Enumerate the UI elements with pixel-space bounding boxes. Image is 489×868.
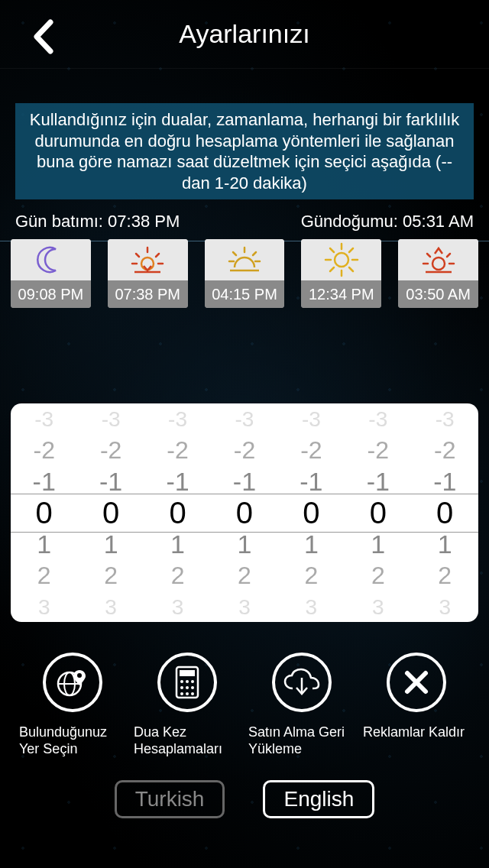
picker-value: 0 <box>303 497 319 529</box>
svg-point-40 <box>180 692 183 695</box>
card-time: 07:38 PM <box>108 280 188 308</box>
picker-value: -2 <box>234 435 255 466</box>
picker-value: -2 <box>167 435 188 466</box>
afternoon-sun-icon <box>205 239 285 280</box>
picker-column[interactable]: -3-2-10123 <box>278 403 345 622</box>
card-time: 03:50 AM <box>398 280 478 308</box>
picker-value: 0 <box>36 497 53 529</box>
action-remove-ads[interactable]: Reklamlar Kaldır <box>363 653 470 757</box>
card-time: 12:34 PM <box>301 280 381 308</box>
picker-value: -1 <box>367 466 390 497</box>
cloud-download-icon <box>272 653 332 712</box>
action-row: Bulunduğunuz Yer Seçin Dua Kez Hesaplama… <box>0 622 489 757</box>
action-label: Dua Kez Hesaplamaları <box>134 724 241 757</box>
card-asr[interactable]: 04:15 PM <box>205 239 285 308</box>
picker-column[interactable]: -3-2-10123 <box>345 403 411 622</box>
picker-value: 3 <box>172 591 184 623</box>
card-fajr[interactable]: 03:50 AM <box>398 239 478 308</box>
lang-turkish-button[interactable]: Turkish <box>115 780 225 818</box>
picker-value: -1 <box>233 466 256 497</box>
svg-point-37 <box>180 686 183 689</box>
picker-value: -1 <box>166 466 189 497</box>
action-location[interactable]: Bulunduğunuz Yer Seçin <box>19 653 126 757</box>
picker-value: 1 <box>170 529 185 560</box>
picker-value: 0 <box>370 497 387 529</box>
action-restore-purchase[interactable]: Satın Alma Geri Yükleme <box>248 653 355 757</box>
svg-line-24 <box>447 254 450 257</box>
picker-value: 1 <box>238 529 252 560</box>
sun-times-row: Gün batımı: 07:38 PM Gündoğumu: 05:31 AM <box>0 207 489 235</box>
picker-value: -3 <box>368 403 387 435</box>
sun-icon <box>301 239 381 280</box>
sunset-label: Gün batımı: 07:38 PM <box>15 212 180 232</box>
picker-value: 3 <box>439 591 451 623</box>
picker-value: -3 <box>102 403 121 435</box>
calculator-icon <box>157 653 217 712</box>
svg-point-38 <box>186 686 189 689</box>
picker-value: 1 <box>104 529 118 560</box>
action-label: Reklamlar Kaldır <box>363 724 470 741</box>
info-message: Kullandığınız için dualar, zamanlama, he… <box>15 103 474 199</box>
svg-line-18 <box>330 248 334 252</box>
action-label: Satın Alma Geri Yükleme <box>248 724 355 757</box>
picker-column[interactable]: -3-2-10123 <box>211 403 277 622</box>
picker-value: 3 <box>372 591 384 623</box>
sunset-icon <box>108 239 188 280</box>
svg-point-0 <box>141 257 154 270</box>
picker-value: -3 <box>302 403 321 435</box>
svg-point-31 <box>77 673 82 678</box>
picker-value: 0 <box>169 497 186 529</box>
page-title: Ayarlarınızı <box>179 19 309 49</box>
picker-column[interactable]: -3-2-10123 <box>412 403 478 622</box>
picker-value: -3 <box>235 403 254 435</box>
picker-value: 1 <box>304 529 319 560</box>
picker-value: 2 <box>371 560 385 591</box>
picker-value: 2 <box>104 560 118 591</box>
picker-value: -2 <box>100 435 121 466</box>
card-dhuhr[interactable]: 12:34 PM <box>301 239 381 308</box>
svg-point-22 <box>432 257 445 270</box>
svg-line-3 <box>156 254 159 257</box>
picker-value: 1 <box>371 529 385 560</box>
minute-adjust-picker[interactable]: -3-2-10123-3-2-10123-3-2-10123-3-2-10123… <box>11 403 478 622</box>
action-calculations[interactable]: Dua Kez Hesaplamaları <box>134 653 241 757</box>
picker-value: 2 <box>37 560 51 591</box>
picker-value: 3 <box>105 591 117 623</box>
picker-column[interactable]: -3-2-10123 <box>77 403 144 622</box>
header: Ayarlarınızı <box>0 0 489 69</box>
picker-value: 2 <box>305 560 319 591</box>
picker-column[interactable]: -3-2-10123 <box>11 403 77 622</box>
svg-line-19 <box>349 267 353 271</box>
picker-value: -2 <box>368 435 389 466</box>
picker-value: 3 <box>306 591 318 623</box>
svg-line-23 <box>427 254 430 257</box>
prayer-time-cards: 09:08 PM 07:38 PM <box>0 235 489 308</box>
card-maghrib[interactable]: 07:38 PM <box>108 239 188 308</box>
picker-value: -1 <box>433 466 456 497</box>
svg-rect-33 <box>180 670 195 676</box>
moon-icon <box>11 239 91 280</box>
picker-value: 2 <box>238 560 251 591</box>
picker-value: 0 <box>436 497 453 529</box>
picker-value: -2 <box>300 435 322 466</box>
picker-value: -2 <box>33 435 54 466</box>
picker-value: 0 <box>236 497 253 529</box>
close-icon <box>387 653 446 712</box>
svg-point-42 <box>191 692 194 695</box>
picker-value: 0 <box>102 497 119 529</box>
sunrise-label: Gündoğumu: 05:31 AM <box>301 212 474 232</box>
picker-column[interactable]: -3-2-10123 <box>144 403 211 622</box>
svg-point-34 <box>180 680 183 683</box>
card-time: 04:15 PM <box>205 280 285 308</box>
svg-point-36 <box>191 680 194 683</box>
picker-value: 1 <box>37 529 51 560</box>
card-isha[interactable]: 09:08 PM <box>11 239 91 308</box>
svg-point-39 <box>191 686 194 689</box>
picker-value: 3 <box>238 591 251 623</box>
picker-value: -3 <box>34 403 53 435</box>
lang-english-button[interactable]: English <box>263 780 374 818</box>
svg-point-13 <box>335 253 348 267</box>
back-button[interactable] <box>31 19 55 54</box>
svg-line-21 <box>330 267 334 271</box>
picker-value: 3 <box>38 591 50 623</box>
